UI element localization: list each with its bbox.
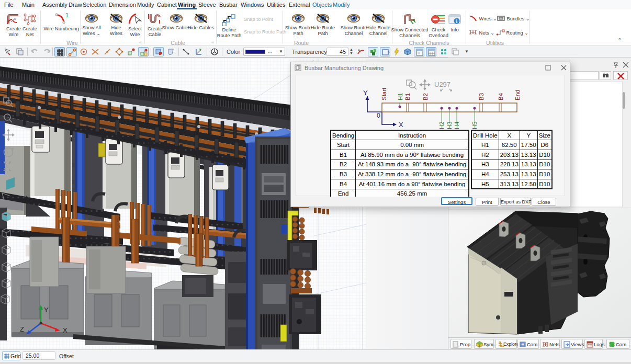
svg-text:End: End [514, 90, 521, 100]
svg-text:B3: B3 [478, 93, 484, 100]
svg-text:Start: Start [381, 87, 387, 100]
svg-text:0: 0 [377, 112, 380, 119]
svg-text:Y: Y [363, 89, 368, 97]
svg-text:H2: H2 [438, 121, 445, 129]
svg-text:X: X [399, 121, 403, 129]
svg-text:U297: U297 [434, 81, 450, 88]
svg-text:B1: B1 [404, 93, 411, 100]
svg-text:H5: H5 [471, 121, 478, 129]
svg-text:Z: Z [20, 325, 24, 333]
svg-text:B4: B4 [498, 93, 504, 100]
svg-text:1: 1 [65, 13, 69, 18]
svg-text:B2: B2 [422, 93, 429, 100]
svg-text:X: X [63, 326, 67, 334]
svg-text:H4: H4 [454, 121, 460, 129]
svg-text:i: i [456, 18, 457, 24]
svg-text:H1: H1 [397, 93, 403, 100]
svg-text:Y: Y [44, 306, 49, 314]
svg-text:H3: H3 [446, 121, 453, 129]
